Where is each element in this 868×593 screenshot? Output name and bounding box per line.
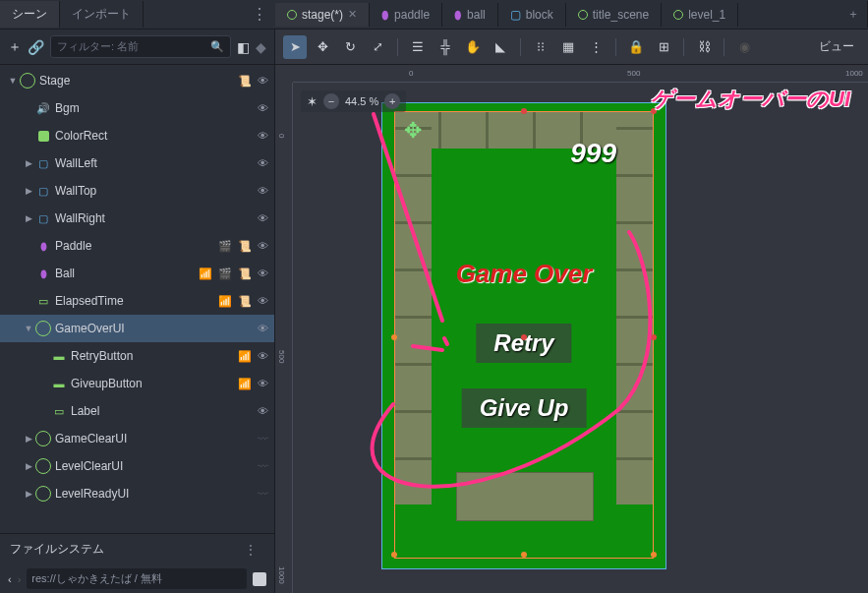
visibility-icon[interactable]: 👁 bbox=[258, 157, 268, 169]
zoom-level[interactable]: 44.5 % bbox=[345, 95, 378, 107]
list-tool[interactable]: ☰ bbox=[406, 35, 430, 59]
filter-input[interactable]: フィルター: 名前 🔍 bbox=[50, 35, 231, 58]
tree-node-ColorRect[interactable]: ColorRect👁 bbox=[0, 122, 274, 149]
visibility-icon[interactable]: 👁 bbox=[258, 212, 268, 224]
move-tool[interactable]: ✥ bbox=[311, 35, 334, 59]
script-icon[interactable]: 📜 bbox=[238, 75, 252, 88]
signal-icon[interactable]: 📶 bbox=[238, 378, 252, 390]
script-icon[interactable]: 📜 bbox=[238, 240, 252, 253]
nav-back-icon[interactable]: ‹ bbox=[8, 573, 12, 585]
tree-node-Stage[interactable]: ▼Stage📜👁 bbox=[0, 67, 274, 94]
snap-tool-1[interactable]: ⁝⁝ bbox=[529, 35, 552, 59]
zoom-out-button[interactable]: − bbox=[323, 93, 339, 109]
scale-tool[interactable]: ⤢ bbox=[366, 35, 389, 59]
select-tool[interactable]: ➤ bbox=[283, 35, 307, 59]
bone-tool[interactable]: ⛓ bbox=[692, 35, 716, 59]
grid-tool[interactable]: ╬ bbox=[434, 35, 457, 59]
signal-icon[interactable]: 📶 bbox=[199, 267, 212, 280]
tree-node-RetryButton[interactable]: ▬RetryButton📶👁 bbox=[0, 342, 274, 370]
tree-tool-2[interactable]: ◆ bbox=[256, 39, 266, 55]
fs-icon[interactable] bbox=[253, 572, 266, 586]
collapse-icon[interactable]: ▼ bbox=[22, 324, 35, 333]
signal-icon[interactable]: 📶 bbox=[238, 350, 252, 363]
filesystem-menu-icon[interactable]: ⋮ bbox=[237, 543, 264, 557]
tree-node-Ball[interactable]: ⬮Ball📶🎬📜👁 bbox=[0, 260, 274, 287]
zoom-in-button[interactable]: + bbox=[384, 93, 400, 109]
view-button[interactable]: ビュー bbox=[813, 38, 860, 55]
group-tool[interactable]: ⊞ bbox=[652, 35, 675, 59]
visibility-icon[interactable]: 👁 bbox=[258, 267, 268, 280]
tree-node-WallRight[interactable]: ▶▢WallRight👁 bbox=[0, 205, 274, 232]
search-icon: 🔍 bbox=[210, 40, 224, 53]
canvas[interactable]: 05001000 05001000 ✶ − 44.5 % + ゲームオーバーのU… bbox=[275, 65, 868, 593]
scene-icon[interactable]: 🎬 bbox=[218, 240, 232, 253]
tree-node-LevelClearUI[interactable]: ▶LevelClearUI〰 bbox=[0, 452, 274, 480]
visibility-icon[interactable]: 👁 bbox=[258, 75, 268, 88]
tree-tool-1[interactable]: ◧ bbox=[237, 39, 250, 55]
visibility-icon[interactable]: 👁 bbox=[258, 350, 268, 363]
expand-icon[interactable]: ▶ bbox=[22, 489, 35, 499]
ruler-tool[interactable]: ◣ bbox=[489, 35, 512, 59]
tree-node-LevelReadyUI[interactable]: ▶LevelReadyUI〰 bbox=[0, 480, 274, 507]
snap-tool-2[interactable]: ▦ bbox=[556, 35, 580, 59]
script-icon[interactable]: 📜 bbox=[238, 267, 252, 280]
filesystem-header[interactable]: ファイルシステム ⋮ bbox=[0, 533, 274, 564]
script-icon[interactable]: 📜 bbox=[238, 295, 252, 308]
game-stage[interactable]: ✥ 999 Game Over Retry Give Up bbox=[381, 102, 666, 569]
filesystem-path[interactable]: res://しゃかきえたば / 無料 bbox=[27, 568, 247, 589]
panel-menu-icon[interactable]: ⋮ bbox=[244, 5, 275, 24]
panel-tab-import[interactable]: インポート bbox=[60, 1, 144, 28]
visibility-icon[interactable]: 👁 bbox=[258, 130, 268, 142]
close-icon[interactable]: ✕ bbox=[348, 8, 357, 21]
zoom-center-icon[interactable]: ✶ bbox=[307, 94, 318, 109]
panel-tab-scene[interactable]: シーン bbox=[0, 1, 60, 28]
tree-node-ElapsedTime[interactable]: ▭ElapsedTime📶📜👁 bbox=[0, 287, 274, 315]
tree-node-WallLeft[interactable]: ▶▢WallLeft👁 bbox=[0, 149, 274, 177]
rotate-tool[interactable]: ↻ bbox=[338, 35, 362, 59]
expand-icon[interactable]: ▶ bbox=[22, 434, 35, 444]
signal-icon[interactable]: 📶 bbox=[218, 295, 232, 308]
doc-tab-title_scene[interactable]: title_scene bbox=[566, 3, 662, 27]
visibility-off-icon[interactable]: 〰 bbox=[258, 460, 268, 472]
doc-tab-block[interactable]: ▢ block bbox=[498, 3, 566, 27]
anim-tool[interactable]: ◉ bbox=[732, 35, 756, 59]
visibility-icon[interactable]: 👁 bbox=[258, 240, 268, 253]
snap-menu[interactable]: ⋮ bbox=[584, 35, 608, 59]
add-tab-button[interactable]: ＋ bbox=[839, 1, 868, 28]
collapse-icon[interactable]: ▼ bbox=[6, 76, 20, 86]
tree-node-GiveupButton[interactable]: ▬GiveupButton📶👁 bbox=[0, 370, 274, 397]
nav-fwd-icon[interactable]: › bbox=[18, 573, 22, 585]
expand-icon[interactable]: ▶ bbox=[22, 213, 35, 223]
visibility-icon[interactable]: 👁 bbox=[258, 378, 268, 390]
tree-node-Bgm[interactable]: 🔊Bgm👁 bbox=[0, 94, 274, 122]
doc-tab-level_1[interactable]: level_1 bbox=[662, 3, 738, 27]
doc-tab-ball[interactable]: ⬮ ball bbox=[442, 3, 498, 27]
tree-node-WallTop[interactable]: ▶▢WallTop👁 bbox=[0, 177, 274, 205]
doc-tab-stage(*)[interactable]: stage(*) ✕ bbox=[275, 3, 370, 27]
visibility-off-icon[interactable]: 〰 bbox=[258, 488, 268, 500]
doc-tab-paddle[interactable]: ⬮ paddle bbox=[370, 3, 442, 27]
origin-gizmo[interactable]: ✥ bbox=[404, 118, 422, 144]
pan-tool[interactable]: ✋ bbox=[461, 35, 485, 59]
visibility-icon[interactable]: 👁 bbox=[258, 185, 268, 197]
visibility-icon[interactable]: 👁 bbox=[258, 295, 268, 308]
visibility-off-icon[interactable]: 〰 bbox=[258, 433, 268, 445]
expand-icon[interactable]: ▶ bbox=[22, 158, 35, 168]
lock-tool[interactable]: 🔒 bbox=[624, 35, 648, 59]
giveup-button[interactable]: Give Up bbox=[462, 388, 587, 428]
expand-icon[interactable]: ▶ bbox=[22, 461, 35, 471]
zoom-controls: ✶ − 44.5 % + bbox=[301, 90, 406, 112]
link-button[interactable]: 🔗 bbox=[28, 39, 44, 55]
tree-node-Label[interactable]: ▭Label👁 bbox=[0, 397, 274, 425]
visibility-icon[interactable]: 👁 bbox=[258, 102, 268, 114]
tree-node-Paddle[interactable]: ⬮Paddle🎬📜👁 bbox=[0, 232, 274, 260]
tree-node-GameOverUI[interactable]: ▼GameOverUI👁 bbox=[0, 315, 274, 342]
tree-node-GameClearUI[interactable]: ▶GameClearUI〰 bbox=[0, 425, 274, 452]
visibility-icon[interactable]: 👁 bbox=[258, 323, 268, 334]
scene-icon[interactable]: 🎬 bbox=[218, 267, 232, 280]
add-node-button[interactable]: ＋ bbox=[8, 38, 22, 56]
retry-button[interactable]: Retry bbox=[476, 324, 571, 363]
annotation-label: ゲームオーバーのUI bbox=[651, 85, 850, 114]
visibility-icon[interactable]: 👁 bbox=[258, 405, 268, 417]
expand-icon[interactable]: ▶ bbox=[22, 186, 35, 196]
